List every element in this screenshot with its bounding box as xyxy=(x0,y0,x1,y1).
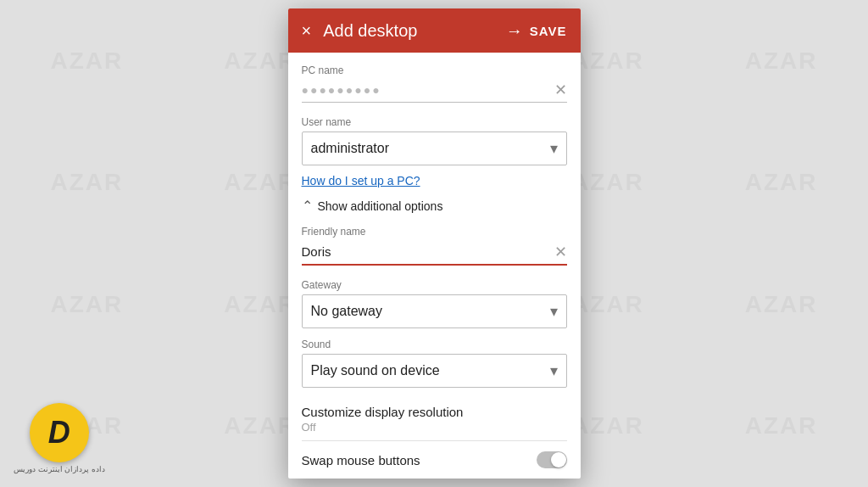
additional-options-toggle[interactable]: ⌃ Show additional options xyxy=(302,198,567,214)
logo-circle: D xyxy=(30,403,89,462)
user-name-label: User name xyxy=(302,116,567,128)
customize-display-status: Off xyxy=(302,421,567,434)
user-name-chevron-icon: ▾ xyxy=(550,139,558,158)
gateway-section: Gateway No gateway ▾ xyxy=(302,279,567,328)
logo-label: داده پردازان اینترنت دوریس xyxy=(14,465,105,473)
friendly-name-label: Friendly name xyxy=(302,226,567,238)
sound-value: Play sound on device xyxy=(311,363,550,378)
swap-mouse-label: Swap mouse buttons xyxy=(302,453,420,467)
pc-name-input[interactable] xyxy=(302,80,554,100)
watermark-cell: AZAR xyxy=(694,244,868,366)
additional-options-label: Show additional options xyxy=(318,199,443,213)
close-button[interactable]: × xyxy=(302,22,312,39)
header-right: → SAVE xyxy=(506,21,567,41)
help-link[interactable]: How do I set up a PC? xyxy=(302,174,567,188)
header-left: × Add desktop xyxy=(302,21,418,41)
arrow-icon: → xyxy=(506,21,523,41)
customize-display-section[interactable]: Customize display resolution Off xyxy=(302,395,567,441)
sound-dropdown[interactable]: Play sound on device ▾ xyxy=(302,354,567,388)
logo-area: D داده پردازان اینترنت دوریس xyxy=(14,403,105,473)
sound-label: Sound xyxy=(302,339,567,350)
sound-section: Sound Play sound on device ▾ xyxy=(302,339,567,388)
dialog-title: Add desktop xyxy=(323,21,417,41)
toggle-knob xyxy=(551,452,566,467)
gateway-label: Gateway xyxy=(302,279,567,291)
gateway-chevron-icon: ▾ xyxy=(550,302,558,321)
save-button[interactable]: SAVE xyxy=(530,24,567,38)
logo-letter: D xyxy=(48,417,70,448)
watermark-cell: AZAR xyxy=(0,0,174,122)
gateway-value: No gateway xyxy=(311,304,550,319)
pc-name-field-row: ✕ xyxy=(302,80,567,103)
gateway-dropdown[interactable]: No gateway ▾ xyxy=(302,294,567,328)
user-name-dropdown[interactable]: administrator ▾ xyxy=(302,132,567,165)
watermark-cell: AZAR xyxy=(694,122,868,244)
chevron-up-icon: ⌃ xyxy=(302,198,313,214)
friendly-name-field-row: ✕ xyxy=(302,241,567,266)
customize-display-title: Customize display resolution xyxy=(302,405,567,419)
friendly-name-input[interactable] xyxy=(302,241,554,262)
watermark-cell: AZAR xyxy=(0,122,174,244)
dialog-header: × Add desktop → SAVE xyxy=(288,8,581,53)
watermark-cell: AZAR xyxy=(694,366,868,488)
add-desktop-dialog: × Add desktop → SAVE PC name ✕ User name… xyxy=(288,8,581,479)
dialog-body: PC name ✕ User name administrator ▾ How … xyxy=(288,64,581,479)
swap-mouse-toggle[interactable] xyxy=(537,451,567,468)
pc-name-label: PC name xyxy=(302,64,567,76)
watermark-cell: AZAR xyxy=(694,0,868,122)
pc-name-clear-icon[interactable]: ✕ xyxy=(554,82,567,98)
watermark-cell: AZAR xyxy=(0,244,174,366)
friendly-name-clear-icon[interactable]: ✕ xyxy=(554,244,567,260)
sound-chevron-icon: ▾ xyxy=(550,361,558,380)
swap-mouse-row: Swap mouse buttons xyxy=(302,441,567,472)
user-name-value: administrator xyxy=(311,141,550,156)
